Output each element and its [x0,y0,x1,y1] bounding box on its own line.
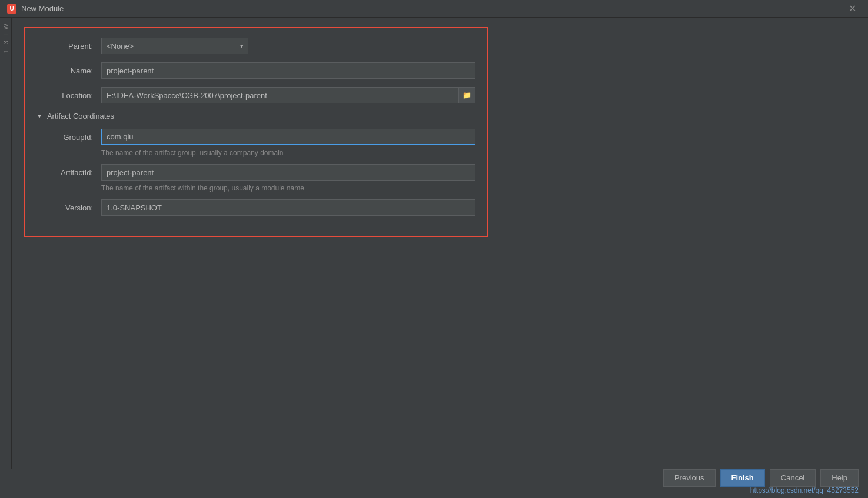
location-label: Location: [36,91,101,100]
form-panel: Parent: <None> Name: Location: 📁 ▼ Artif… [24,27,488,237]
groupid-input[interactable] [101,129,475,145]
parent-select[interactable]: <None> [101,38,248,54]
dialog-content: Parent: <None> Name: Location: 📁 ▼ Artif… [12,18,868,469]
bottom-bar: Previous Finish Cancel Help https://blog… [0,469,868,498]
strip-char-4: 1 [2,49,9,53]
help-button[interactable]: Help [820,469,859,487]
groupid-row: GroupId: [36,129,475,145]
cancel-button[interactable]: Cancel [770,469,816,487]
close-button[interactable]: ✕ [844,1,861,16]
artifact-section-header[interactable]: ▼ Artifact Coordinates [36,112,475,121]
previous-button[interactable]: Previous [663,469,716,487]
artifactid-input[interactable] [101,164,475,181]
strip-char-1: W [2,24,9,29]
groupid-label: GroupId: [36,133,101,142]
version-input[interactable] [101,199,475,216]
location-input-group: 📁 [101,87,475,103]
finish-button[interactable]: Finish [720,469,765,487]
version-row: Version: [36,199,475,216]
left-sidebar-strip: W I 3 1 [0,18,12,469]
strip-char-2: I [2,34,9,36]
app-icon: U [7,4,16,14]
location-browse-button[interactable]: 📁 [459,87,475,103]
name-row: Name: [36,62,475,79]
parent-label: Parent: [36,42,101,51]
artifact-section-title: Artifact Coordinates [47,112,114,121]
artifactid-row: ArtifactId: [36,164,475,181]
groupid-help: The name of the artifact group, usually … [101,149,475,157]
name-input[interactable] [101,62,475,79]
parent-select-wrapper: <None> [101,38,248,54]
dialog-title: New Module [21,4,64,13]
parent-row: Parent: <None> [36,38,475,54]
name-label: Name: [36,66,101,75]
artifactid-help: The name of the artifact within the grou… [101,184,475,192]
version-label: Version: [36,203,101,212]
artifact-section-arrow: ▼ [36,113,42,119]
location-input[interactable] [101,87,459,103]
location-row: Location: 📁 [36,87,475,103]
title-bar: U New Module ✕ [0,0,868,18]
artifactid-label: ArtifactId: [36,168,101,177]
bottom-link[interactable]: https://blog.csdn.net/qq_45273552 [750,486,859,494]
strip-char-3: 3 [2,41,9,44]
